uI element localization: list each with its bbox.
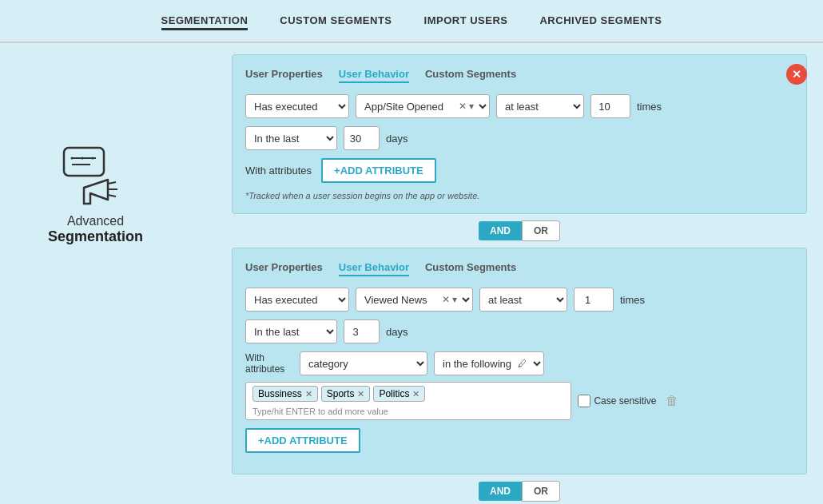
svg-point-3	[70, 157, 73, 160]
days-label-1: days	[386, 133, 408, 145]
case-sensitive-label: Case sensitive	[594, 395, 656, 407]
tab-custom-segments-1[interactable]: Custom Segments	[425, 68, 516, 83]
event-clear-2[interactable]: ✕ ▾	[442, 294, 457, 305]
tag-hint: Type/hit ENTER to add more value	[252, 405, 564, 416]
card2-row2: In the last days	[245, 319, 793, 343]
close-button[interactable]: ✕	[786, 64, 807, 85]
with-attributes-label-1: With attributes	[245, 165, 312, 177]
nav-custom-segments[interactable]: CUSTOM SEGMENTS	[280, 14, 392, 30]
tag-bussiness-remove[interactable]: ✕	[305, 389, 312, 399]
card2-row1: Has executed Viewed News ✕ ▾ at least ti…	[245, 288, 793, 312]
tag-sports: Sports ✕	[321, 386, 371, 402]
times-label-2: times	[620, 294, 645, 306]
card2-add-attr-row: +ADD ATTRIBUTE	[245, 428, 793, 453]
tag-bussiness: Bussiness ✕	[252, 386, 318, 402]
svg-rect-0	[64, 148, 104, 176]
tab-user-behavior-2[interactable]: User Behavior	[339, 261, 409, 276]
card2-tab-row: User Properties User Behavior Custom Seg…	[245, 261, 793, 276]
tab-user-properties-1[interactable]: User Properties	[245, 68, 323, 83]
at-least-select-1[interactable]: at least	[496, 94, 584, 118]
segmentation-icon	[60, 144, 132, 208]
days-input-1[interactable]	[344, 126, 380, 150]
svg-point-5	[91, 157, 93, 160]
and-or-row-1: AND OR	[232, 220, 807, 241]
tab-user-properties-2[interactable]: User Properties	[245, 261, 323, 276]
case-sensitive-group: Case sensitive	[578, 395, 656, 407]
days-input-2[interactable]	[344, 319, 380, 343]
tag-politics: Politics ✕	[373, 386, 425, 402]
case-sensitive-checkbox[interactable]	[578, 395, 590, 407]
in-following-icon: 🖊	[518, 359, 527, 368]
tab-user-behavior-1[interactable]: User Behavior	[339, 68, 409, 83]
or-button-2[interactable]: OR	[522, 481, 560, 502]
tab-custom-segments-2[interactable]: Custom Segments	[425, 261, 516, 276]
with-attributes-label-2: Withattributes	[245, 352, 293, 375]
in-last-select-2[interactable]: In the last	[245, 319, 337, 343]
main-nav: SEGMENTATION CUSTOM SEGMENTS IMPORT USER…	[0, 0, 823, 43]
times-input-1[interactable]	[590, 94, 630, 118]
in-following-wrapper: in the following 🖊	[434, 351, 544, 375]
nav-import-users[interactable]: IMPORT USERS	[424, 14, 508, 30]
tags-area: Bussiness ✕ Sports ✕ Politics ✕ Type/hit…	[245, 382, 571, 420]
card2-attr-row: Withattributes category in the following…	[245, 351, 793, 420]
card2: User Properties User Behavior Custom Seg…	[232, 248, 807, 474]
has-executed-select-2[interactable]: Has executed	[245, 288, 349, 312]
event-select-wrapper-2: Viewed News ✕ ▾	[356, 288, 473, 312]
svg-line-9	[108, 195, 116, 196]
delete-attr-icon[interactable]: 🗑	[666, 394, 678, 408]
or-button-1[interactable]: OR	[522, 220, 560, 241]
main-content: ✕ User Properties User Behavior Custom S…	[232, 54, 807, 488]
and-button-1[interactable]: AND	[479, 221, 522, 240]
nav-archived-segments[interactable]: ARCHIVED SEGMENTS	[539, 14, 662, 30]
card1-row2: In the last days	[245, 126, 793, 150]
tracked-note-1: *Tracked when a user session begins on t…	[245, 191, 793, 200]
tag-sports-remove[interactable]: ✕	[357, 389, 364, 399]
in-last-select-1[interactable]: In the last	[245, 126, 337, 150]
times-input-2[interactable]	[574, 288, 614, 312]
event-clear-1[interactable]: ✕ ▾	[459, 101, 474, 112]
card1-tab-row: User Properties User Behavior Custom Seg…	[245, 68, 793, 83]
card1-with-attr-row: With attributes +ADD ATTRIBUTE	[245, 158, 793, 183]
and-or-row-2: AND OR	[232, 481, 807, 502]
tag-politics-label: Politics	[379, 388, 409, 399]
days-label-2: days	[386, 326, 408, 338]
left-panel: Advanced Segmentation	[48, 144, 143, 245]
svg-line-7	[108, 182, 116, 184]
add-attribute-btn-1[interactable]: +ADD ATTRIBUTE	[321, 158, 436, 183]
advanced-segmentation-label: Advanced Segmentation	[48, 214, 143, 245]
tag-sports-label: Sports	[327, 388, 355, 399]
has-executed-select-1[interactable]: Has executed	[245, 94, 349, 118]
tag-politics-remove[interactable]: ✕	[412, 389, 419, 399]
svg-marker-6	[84, 180, 108, 204]
event-select-wrapper-1: App/Site Opened ✕ ▾	[356, 94, 490, 118]
in-following-select[interactable]: in the following	[434, 351, 544, 375]
card1: User Properties User Behavior Custom Seg…	[232, 54, 807, 214]
add-attribute-btn-2[interactable]: +ADD ATTRIBUTE	[245, 428, 360, 453]
and-button-2[interactable]: AND	[479, 482, 522, 501]
svg-point-4	[81, 157, 83, 160]
at-least-select-2[interactable]: at least	[479, 288, 567, 312]
nav-segmentation[interactable]: SEGMENTATION	[161, 14, 248, 30]
times-label-1: times	[637, 101, 662, 113]
category-select[interactable]: category	[300, 351, 427, 375]
card1-row1: Has executed App/Site Opened ✕ ▾ at leas…	[245, 94, 793, 118]
tag-bussiness-label: Bussiness	[258, 388, 302, 399]
